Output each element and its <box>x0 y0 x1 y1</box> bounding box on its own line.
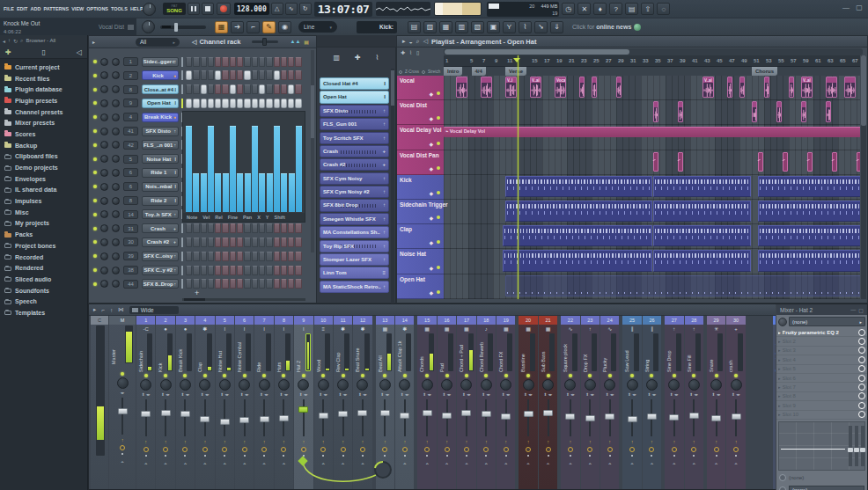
marker-intro[interactable]: Intro <box>444 67 462 76</box>
pattern-clip[interactable] <box>653 225 751 246</box>
channel-volume-knob[interactable] <box>112 141 120 149</box>
fader-handle[interactable] <box>605 413 614 420</box>
fader-handle[interactable] <box>732 413 741 420</box>
pan-automation-clip[interactable] <box>678 152 683 172</box>
channel-pan-knob[interactable] <box>100 169 108 177</box>
fx-enable[interactable] <box>445 447 450 452</box>
audio-clip[interactable]: V..al <box>702 77 714 98</box>
fx-enable[interactable] <box>360 447 365 452</box>
strip-led[interactable] <box>183 374 187 377</box>
picker-item[interactable]: FLS_Gun 001↑ <box>320 118 389 130</box>
fx-enable[interactable] <box>382 447 387 452</box>
step-cell[interactable] <box>259 279 265 289</box>
channel-led[interactable] <box>93 115 97 119</box>
step-cell[interactable] <box>186 57 192 67</box>
channel-led[interactable] <box>93 185 97 188</box>
pattern-clip[interactable] <box>503 225 653 246</box>
mixer-strip-clap[interactable]: 4✱Clap⬍ ◂▸↑⌃ <box>195 316 214 489</box>
track-led[interactable] <box>437 116 440 120</box>
strip-led[interactable] <box>630 374 634 377</box>
audio-clip[interactable] <box>727 77 732 98</box>
channel-pan-knob[interactable] <box>100 267 108 274</box>
fader-handle[interactable] <box>380 410 390 416</box>
step-cell[interactable] <box>244 99 250 108</box>
marker-chorus[interactable]: Chorus <box>752 67 777 76</box>
step-cell[interactable] <box>281 279 287 289</box>
browser-item[interactable]: Misc <box>0 207 87 218</box>
step-cell[interactable] <box>281 57 287 67</box>
picker-item[interactable]: MA Constellations Sh..↑ <box>320 226 389 238</box>
playlist-vscrollbar[interactable] <box>861 55 866 299</box>
strip-pan-knob[interactable] <box>298 379 309 391</box>
channel-led[interactable] <box>93 74 97 77</box>
strip-led[interactable] <box>164 374 167 377</box>
track-lane[interactable]: V..lV..alVocalV..alV..al <box>444 76 860 100</box>
track-header[interactable]: Open Hat◆ <box>397 274 444 299</box>
step-cell[interactable] <box>288 223 294 233</box>
pl-tool-draw[interactable]: ✚ <box>401 49 405 55</box>
step-cell[interactable] <box>295 279 301 289</box>
channel-volume-knob[interactable] <box>112 169 120 177</box>
channel-button[interactable]: Break Kick● <box>142 113 179 122</box>
send-none-row[interactable]: (none) <box>776 472 867 483</box>
strip-fader[interactable] <box>707 398 725 438</box>
audio-clip[interactable] <box>739 77 745 98</box>
channel-led[interactable] <box>93 227 97 230</box>
channel-button[interactable]: Crash #2+ <box>142 238 179 247</box>
channel-led[interactable] <box>93 60 97 63</box>
strip-pan-knob[interactable] <box>180 379 191 391</box>
pan-automation-clip[interactable] <box>857 152 860 172</box>
stretch-toggle[interactable] <box>422 70 425 74</box>
step-cell[interactable] <box>215 57 221 67</box>
step-cell[interactable] <box>230 99 236 108</box>
browser-item[interactable]: My projects <box>0 218 87 230</box>
strip-pan-knob[interactable] <box>731 379 742 391</box>
channel-rack-panel-icon[interactable]: ▦ <box>439 21 452 33</box>
step-cell[interactable] <box>186 223 192 233</box>
track-lane[interactable] <box>444 200 860 224</box>
mixer-strip-kick[interactable]: 2●Kick⬍ ◂▸↑⌃ <box>156 316 174 489</box>
step-cell[interactable] <box>215 84 221 94</box>
strip-led[interactable] <box>504 374 508 377</box>
fader-handle[interactable] <box>628 416 637 422</box>
render-icon[interactable]: ⇓ <box>550 21 563 33</box>
step-cell[interactable] <box>186 84 192 94</box>
step-cell[interactable] <box>295 252 301 261</box>
track-header[interactable]: Clap◆ <box>397 224 444 249</box>
picker-samples-icon[interactable]: ⌇ <box>376 54 379 62</box>
mixer-strip-master[interactable]: MMaster◂▸↑⌃ <box>109 316 136 489</box>
step-cell[interactable] <box>244 238 250 247</box>
strip-led[interactable] <box>282 374 285 377</box>
step-cell[interactable] <box>281 266 287 275</box>
mixer-strip-rev-clap[interactable]: 11✱Rev Clap⬍ ◂▸↑⌃ <box>334 316 352 489</box>
channel-volume-knob[interactable] <box>112 99 120 107</box>
browser-item[interactable]: Speech <box>0 296 87 307</box>
strip-led[interactable] <box>403 374 407 377</box>
fader-handle[interactable] <box>239 417 249 423</box>
fx-enable[interactable] <box>714 447 719 452</box>
track-led[interactable] <box>437 240 440 244</box>
track-lane[interactable] <box>444 150 860 175</box>
strip-fader[interactable] <box>519 398 537 438</box>
pattern-clip[interactable] <box>505 201 652 222</box>
strip-fader[interactable] <box>353 398 371 438</box>
browser-item[interactable]: Plugin database <box>0 84 87 95</box>
step-cell[interactable] <box>193 279 199 289</box>
step-cell[interactable] <box>266 279 272 289</box>
step-cell[interactable] <box>222 279 228 289</box>
swing-slider[interactable] <box>252 40 278 43</box>
step-cell[interactable] <box>222 266 228 275</box>
fx-enable[interactable] <box>733 447 739 452</box>
channel-pan-knob[interactable] <box>100 210 108 218</box>
menu-item-options[interactable]: OPTIONS <box>86 6 108 11</box>
step-cell[interactable] <box>295 99 301 108</box>
pattern-clip[interactable] <box>758 201 860 222</box>
channel-pan-knob[interactable] <box>100 71 108 79</box>
velocity-bar[interactable] <box>245 173 251 212</box>
channel-pan-knob[interactable] <box>100 99 108 107</box>
strip-led[interactable] <box>484 374 488 377</box>
track-header[interactable]: Vocal◆ <box>397 76 444 100</box>
step-cell[interactable] <box>244 279 250 289</box>
step-cell[interactable] <box>237 223 243 233</box>
strip-led[interactable] <box>445 374 449 377</box>
